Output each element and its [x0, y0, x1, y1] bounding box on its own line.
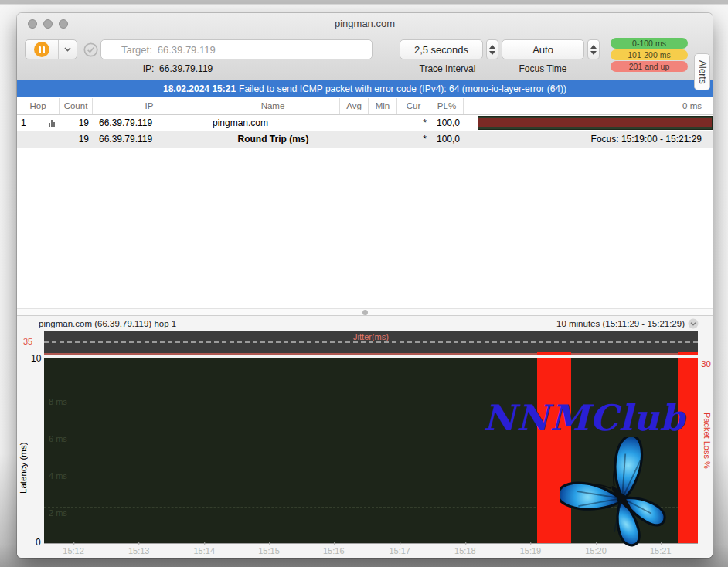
- col-name[interactable]: Name: [206, 98, 340, 114]
- packet-loss-axis-label: Packet Loss %: [702, 413, 712, 469]
- packet-loss-max-value: 30: [701, 359, 711, 368]
- pause-icon: [34, 42, 49, 57]
- app-window: pingman.com Target: 66.39.79.119: [17, 13, 713, 558]
- minimize-window-button[interactable]: [43, 19, 53, 29]
- legend-yellow-badge: 101-200 ms: [611, 49, 688, 60]
- hop-packet-loss: 100,0: [430, 117, 464, 128]
- nnmclub-watermark: NNMClub: [483, 397, 685, 439]
- time-tick: 15:18: [454, 546, 476, 555]
- col-pl[interactable]: PL%: [430, 98, 464, 114]
- latency-axis-label: Latency (ms): [19, 409, 28, 494]
- latency-min-value: 0: [36, 537, 41, 548]
- empty-hop-area: [17, 148, 713, 308]
- rt-name: Round Trip (ms): [206, 134, 340, 144]
- table-row-hop1[interactable]: 1 19 66.39.79.119 pingman.com * 100,0: [17, 115, 713, 131]
- splitter-handle-icon: [362, 310, 368, 315]
- error-timestamp: 18.02.2024 15:21: [163, 83, 236, 94]
- jitter-loss-segment: [678, 352, 698, 355]
- pause-menu-button[interactable]: [59, 40, 77, 59]
- window-title: pingman.com: [335, 18, 395, 29]
- col-ip[interactable]: IP: [93, 98, 206, 114]
- pane-splitter[interactable]: [17, 308, 713, 315]
- rt-cur: *: [397, 134, 430, 144]
- stepper-down-icon: [590, 51, 597, 55]
- close-window-button[interactable]: [28, 19, 37, 29]
- confirm-target-button[interactable]: [83, 42, 98, 60]
- time-tick: 15:14: [194, 546, 216, 555]
- error-message: Failed to send ICMP packet with error co…: [239, 83, 566, 94]
- histogram-icon[interactable]: [49, 119, 55, 127]
- latency-bar-frame: [478, 116, 713, 130]
- pause-button[interactable]: [26, 40, 59, 59]
- time-tick: 15:16: [323, 546, 345, 555]
- time-range-selector[interactable]: 10 minutes (15:11:29 - 15:21:29): [556, 318, 699, 329]
- focus-time-select[interactable]: Auto: [502, 39, 584, 59]
- packet-loss-bar-fill: [478, 118, 712, 127]
- target-input[interactable]: Target: 66.39.79.119: [100, 39, 373, 59]
- time-tick: 15:15: [258, 546, 280, 555]
- time-range-text: 10 minutes (15:11:29 - 15:21:29): [556, 319, 685, 328]
- focus-time-value: Auto: [532, 44, 553, 56]
- resolved-ip: IP: 66.39.79.119: [100, 63, 255, 74]
- check-circle-icon: [83, 42, 98, 57]
- hop-latency-bar: [464, 115, 713, 131]
- trace-interval-stepper[interactable]: [486, 39, 498, 59]
- graph-scale-label: 0 ms: [464, 98, 713, 114]
- jitter-strip[interactable]: Jitter(ms): [44, 331, 698, 355]
- col-min[interactable]: Min: [369, 98, 397, 114]
- pause-split-button[interactable]: [25, 39, 77, 59]
- target-input-label: Target:: [121, 44, 152, 56]
- titlebar[interactable]: pingman.com: [17, 13, 713, 34]
- window-chrome: pingman.com Target: 66.39.79.119: [17, 13, 713, 80]
- ip-label: IP:: [143, 63, 155, 74]
- zoom-window-button[interactable]: [59, 19, 68, 29]
- hop-ip: 66.39.79.119: [93, 117, 206, 128]
- jitter-loss-segment: [537, 352, 571, 355]
- chevron-down-circle-icon: [688, 318, 699, 329]
- graph-title: pingman.com (66.39.79.119) hop 1: [39, 319, 176, 328]
- trace-interval-select[interactable]: 2,5 seconds: [400, 39, 483, 59]
- alerts-tab[interactable]: Alerts: [694, 53, 710, 90]
- focus-range-text: Focus: 15:19:00 - 15:21:29: [464, 134, 713, 144]
- ip-value: 66.39.79.119: [159, 63, 213, 74]
- time-graph-pane: pingman.com (66.39.79.119) hop 1 10 minu…: [17, 315, 713, 558]
- error-banner: 18.02.2024 15:21 Failed to send ICMP pac…: [17, 80, 713, 97]
- time-tick: 15:13: [128, 546, 150, 555]
- trace-interval-label: Trace Interval: [400, 63, 495, 74]
- hop-table-header: Hop Count IP Name Avg Min Cur PL% 0 ms: [17, 97, 713, 115]
- hop-cur: *: [397, 117, 430, 128]
- gridline-8ms: 8 ms: [44, 396, 698, 396]
- trace-interval-value: 2,5 seconds: [414, 44, 468, 56]
- col-hop[interactable]: Hop: [17, 98, 60, 114]
- toolbar: Target: 66.39.79.119 IP: 66.39.79.119 2,…: [17, 34, 713, 80]
- stepper-up-icon: [590, 45, 597, 49]
- legend-red-badge: 201 and up: [611, 61, 688, 72]
- rt-ip: 66.39.79.119: [93, 134, 206, 144]
- hop-name: pingman.com: [206, 117, 340, 128]
- latency-plot[interactable]: 8 ms 6 ms 4 ms 2 ms NNMClub: [44, 358, 698, 544]
- legend-green-badge: 0-100 ms: [611, 38, 688, 49]
- stepper-up-icon: [489, 45, 495, 49]
- jitter-axis-label: Jitter(ms): [44, 332, 698, 341]
- focus-time-label: Focus Time: [502, 63, 584, 74]
- col-cur[interactable]: Cur: [397, 98, 430, 114]
- target-input-value: 66.39.79.119: [158, 44, 216, 56]
- jitter-dashed-line: [44, 341, 698, 343]
- jitter-scale-value: 35: [23, 337, 32, 346]
- latency-max-value: 10: [31, 353, 41, 364]
- time-tick: 15:12: [63, 546, 84, 555]
- rt-packet-loss: 100,0: [430, 134, 464, 144]
- col-count[interactable]: Count: [60, 98, 93, 114]
- time-tick: 15:19: [520, 546, 542, 555]
- hop-number: 1: [21, 117, 26, 128]
- time-tick: 15:17: [389, 546, 410, 555]
- hop-count: 19: [60, 117, 93, 128]
- focus-time-stepper[interactable]: [587, 39, 600, 59]
- stepper-down-icon: [489, 51, 495, 55]
- butterfly-image: [560, 437, 682, 558]
- chevron-down-icon: [64, 47, 71, 52]
- table-row-roundtrip[interactable]: 19 66.39.79.119 Round Trip (ms) * 100,0 …: [17, 131, 713, 148]
- rt-count: 19: [60, 134, 93, 144]
- traffic-lights: [28, 19, 68, 29]
- col-avg[interactable]: Avg: [340, 98, 369, 114]
